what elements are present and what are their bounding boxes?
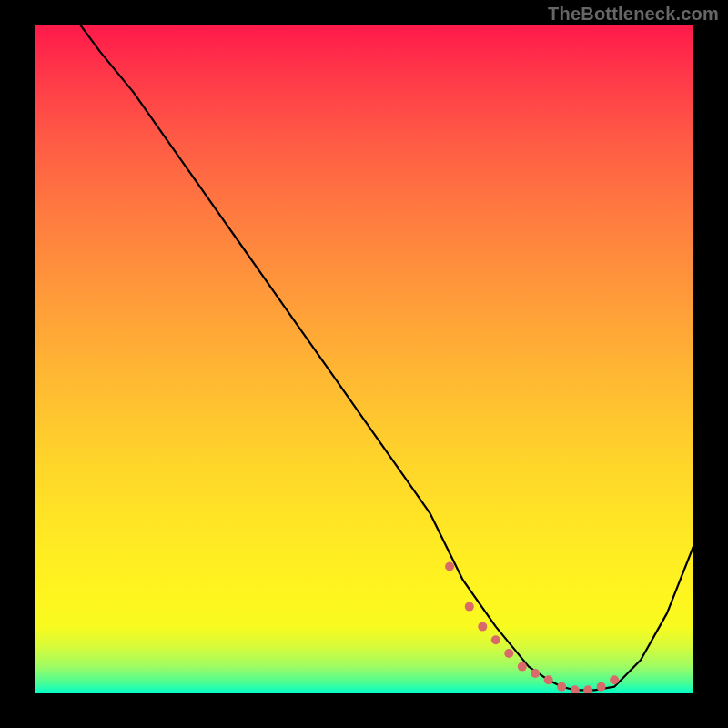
optimal-marker xyxy=(491,635,500,644)
curve-layer xyxy=(35,25,693,693)
optimal-marker xyxy=(597,682,606,692)
optimal-marker xyxy=(544,675,553,684)
optimal-marker xyxy=(518,662,527,672)
bottleneck-curve xyxy=(81,25,693,690)
optimal-marker xyxy=(557,682,566,692)
optimal-marker xyxy=(465,602,474,612)
optimal-range-markers xyxy=(445,562,619,694)
optimal-marker xyxy=(478,622,487,632)
plot-area xyxy=(35,25,693,693)
watermark-label: TheBottleneck.com xyxy=(548,4,719,25)
chart-frame: TheBottleneck.com xyxy=(0,0,728,728)
optimal-marker xyxy=(531,669,540,678)
optimal-marker xyxy=(583,685,592,693)
optimal-marker xyxy=(504,649,513,658)
optimal-marker xyxy=(445,562,454,571)
optimal-marker xyxy=(571,685,580,693)
optimal-marker xyxy=(610,675,619,684)
